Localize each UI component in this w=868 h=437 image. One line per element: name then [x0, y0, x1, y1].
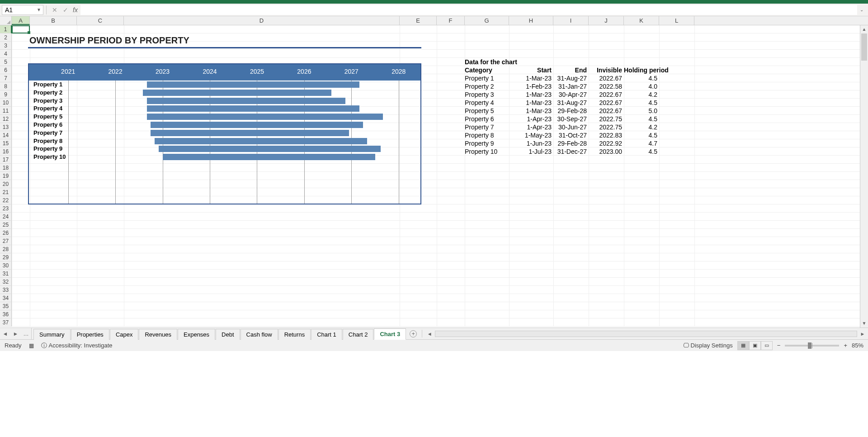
- cell[interactable]: 31-Aug-27: [553, 99, 587, 107]
- row-header-36[interactable]: 36: [0, 310, 12, 318]
- cell[interactable]: Property 8: [465, 131, 494, 139]
- cell[interactable]: 29-Feb-28: [553, 139, 587, 147]
- col-header-K[interactable]: K: [624, 16, 659, 25]
- row-header-15[interactable]: 15: [0, 139, 12, 147]
- cell[interactable]: 2022.75: [589, 115, 622, 123]
- cell[interactable]: Holding period: [624, 66, 669, 74]
- zoom-level[interactable]: 85%: [852, 342, 863, 349]
- cell[interactable]: 4.7: [624, 139, 657, 147]
- cell[interactable]: 1-Feb-23: [509, 82, 552, 90]
- col-header-L[interactable]: L: [659, 16, 694, 25]
- cell[interactable]: 2022.92: [589, 139, 622, 147]
- row-header-10[interactable]: 10: [0, 99, 12, 107]
- row-header-27[interactable]: 27: [0, 237, 12, 245]
- cell[interactable]: 2022.67: [589, 90, 622, 99]
- expand-formula-icon[interactable]: ⌄: [857, 7, 866, 12]
- cell[interactable]: 2022.75: [589, 123, 622, 131]
- cell[interactable]: 5.0: [624, 107, 657, 115]
- fx-icon[interactable]: fx: [73, 6, 78, 14]
- scroll-track[interactable]: [860, 33, 868, 319]
- cell[interactable]: 30-Apr-27: [553, 90, 587, 99]
- scroll-left-icon[interactable]: ◄: [426, 331, 433, 337]
- cell[interactable]: Property 3: [465, 90, 494, 99]
- cell[interactable]: 1-Jun-23: [509, 139, 552, 147]
- cell[interactable]: 2022.83: [589, 131, 622, 139]
- cell[interactable]: 1-Mar-23: [509, 107, 552, 115]
- cell[interactable]: 2023.00: [589, 147, 622, 156]
- cell[interactable]: 2022.67: [589, 74, 622, 82]
- cell[interactable]: 31-Jan-27: [553, 82, 587, 90]
- cell[interactable]: 4.5: [624, 74, 657, 82]
- cell[interactable]: 4.0: [624, 82, 657, 90]
- col-header-H[interactable]: H: [509, 16, 553, 25]
- row-header-7[interactable]: 7: [0, 74, 12, 82]
- row-header-34[interactable]: 34: [0, 294, 12, 302]
- col-header-I[interactable]: I: [553, 16, 589, 25]
- row-header-19[interactable]: 19: [0, 172, 12, 180]
- row-header-26[interactable]: 26: [0, 229, 12, 237]
- cell[interactable]: Property 6: [465, 115, 494, 123]
- col-header-J[interactable]: J: [589, 16, 624, 25]
- zoom-thumb[interactable]: [808, 342, 811, 349]
- col-header-E[interactable]: E: [400, 16, 437, 25]
- cell[interactable]: End: [553, 66, 587, 74]
- row-header-23[interactable]: 23: [0, 204, 12, 213]
- cell[interactable]: 30-Jun-27: [553, 123, 587, 131]
- sheet-tab-chart-2[interactable]: Chart 2: [343, 329, 374, 340]
- zoom-out-button[interactable]: −: [777, 342, 781, 349]
- row-header-37[interactable]: 37: [0, 318, 12, 327]
- row-header-28[interactable]: 28: [0, 245, 12, 253]
- row-header-2[interactable]: 2: [0, 33, 12, 42]
- cell[interactable]: 31-Aug-27: [553, 74, 587, 82]
- cell[interactable]: 1-Apr-23: [509, 115, 552, 123]
- row-header-22[interactable]: 22: [0, 196, 12, 204]
- page-break-button[interactable]: ▭: [761, 341, 773, 350]
- row-header-21[interactable]: 21: [0, 188, 12, 196]
- cell[interactable]: Data for the chart: [465, 58, 517, 66]
- sheet-tab-expenses[interactable]: Expenses: [178, 329, 215, 340]
- gantt-chart[interactable]: 20212022202320242025202620272028 Propert…: [28, 63, 421, 204]
- cell[interactable]: 31-Dec-27: [553, 147, 587, 156]
- row-header-13[interactable]: 13: [0, 123, 12, 131]
- col-header-C[interactable]: C: [77, 16, 124, 25]
- cell[interactable]: Property 9: [465, 139, 494, 147]
- cell[interactable]: 1-May-23: [509, 131, 552, 139]
- col-header-F[interactable]: F: [437, 16, 465, 25]
- row-header-25[interactable]: 25: [0, 221, 12, 229]
- cell[interactable]: 1-Apr-23: [509, 123, 552, 131]
- sheet-tab-capex[interactable]: Capex: [110, 329, 139, 340]
- name-box[interactable]: A1 ▼: [2, 5, 43, 15]
- scroll-right-icon[interactable]: ►: [859, 331, 866, 337]
- row-header-1[interactable]: 1: [0, 25, 12, 33]
- row-header-12[interactable]: 12: [0, 115, 12, 123]
- row-header-9[interactable]: 9: [0, 90, 12, 99]
- row-header-31[interactable]: 31: [0, 270, 12, 278]
- cell[interactable]: Property 4: [465, 99, 494, 107]
- cell[interactable]: 4.5: [624, 131, 657, 139]
- select-all-cell[interactable]: [0, 16, 12, 25]
- cell[interactable]: 2022.58: [589, 82, 622, 90]
- sheet-tab-chart-3[interactable]: Chart 3: [374, 328, 406, 340]
- cell[interactable]: Start: [509, 66, 552, 74]
- new-sheet-button[interactable]: +: [406, 328, 420, 339]
- cell[interactable]: 4.5: [624, 115, 657, 123]
- confirm-icon[interactable]: ✓: [60, 5, 71, 15]
- horizontal-scrollbar[interactable]: ◄ ►: [424, 328, 868, 339]
- sheet-tab-returns[interactable]: Returns: [278, 329, 311, 340]
- col-header-A[interactable]: A: [12, 16, 30, 25]
- cell[interactable]: 31-Oct-27: [553, 131, 587, 139]
- row-header-18[interactable]: 18: [0, 164, 12, 172]
- row-header-6[interactable]: 6: [0, 66, 12, 74]
- cell[interactable]: 4.2: [624, 90, 657, 99]
- row-header-17[interactable]: 17: [0, 156, 12, 164]
- display-settings[interactable]: 🖵Display Settings: [683, 342, 733, 349]
- cell[interactable]: Category: [465, 66, 492, 74]
- cell[interactable]: Property 1: [465, 74, 494, 82]
- page-layout-button[interactable]: ▣: [749, 341, 761, 350]
- vertical-scrollbar[interactable]: ▲ ▼: [860, 25, 868, 328]
- sheet-tab-summary[interactable]: Summary: [33, 329, 71, 340]
- h-scroll-track[interactable]: [435, 331, 857, 337]
- row-header-35[interactable]: 35: [0, 302, 12, 310]
- cell[interactable]: 2022.67: [589, 107, 622, 115]
- formula-input[interactable]: [80, 5, 857, 15]
